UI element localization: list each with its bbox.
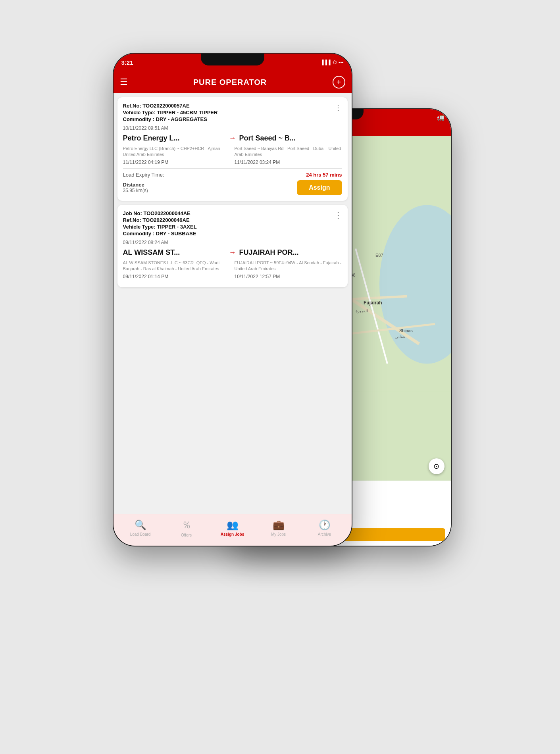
card1-ref: Ref.No: TOO2022000057AE [123, 103, 331, 109]
svg-text:E87: E87 [375, 253, 383, 258]
card2-to-address-col: FUJAIRAH PORT ~ 59F4+94W - Al Soudah - F… [235, 259, 342, 279]
battery-icon: ▪▪▪ [339, 60, 344, 65]
card1-arrow: → [229, 134, 236, 142]
card2-ref: Ref.No: TOO2022000046AE [123, 217, 331, 223]
card1-distance-assign-row: Distance 35.95 km(s) Assign [123, 180, 342, 195]
tab-assign-jobs-label: Assign Jobs [221, 532, 244, 537]
card2-to-address: FUJAIRAH PORT ~ 59F4+94W - Al Soudah - F… [235, 260, 342, 272]
tab-assign-jobs[interactable]: 👥 Assign Jobs [210, 519, 256, 537]
card1-divider [123, 168, 342, 169]
card1-to-col: Port Saeed ~ B... [239, 134, 342, 142]
card2-vehicle: Vehicle Type: TIPPER - 3AXEL [123, 224, 331, 230]
tab-bar: 🔍 Load Board ％ Offers 👥 Assign Jobs 💼 My… [114, 514, 352, 546]
tab-my-jobs[interactable]: 💼 My Jobs [256, 519, 302, 537]
signal-icon: ▐▐▐ [320, 60, 331, 65]
card2-address-cols: AL WISSAM STONES L.L.C ~ 63CR+QFQ - Wadi… [123, 259, 342, 279]
card1-meta: Ref.No: TOO2022000057AE Vehicle Type: TI… [123, 103, 331, 123]
app-header: ☰ PURE OPERATOR + [114, 71, 352, 93]
card2-job-no: Job No: TOO2022000044AE [123, 210, 331, 216]
card1-from-col: Petro Energy L... [123, 134, 226, 142]
scroll-content: Ref.No: TOO2022000057AE Vehicle Type: TI… [114, 93, 352, 514]
tab-archive[interactable]: 🕐 Archive [302, 519, 348, 537]
card1-to-datetime: 11/11/2022 03:24 PM [235, 160, 342, 165]
card1-to-address: Port Saeed ~ Baniyas Rd - Port Saeed - D… [235, 146, 342, 158]
card2-route-row: AL WISSAM ST... → FUJAIRAH POR... [123, 248, 342, 257]
card2-meta: Job No: TOO2022000044AE Ref.No: TOO20220… [123, 210, 331, 237]
card2-datetime: 09/11/2022 08:24 AM [123, 240, 342, 245]
load-board-icon: 🔍 [135, 519, 146, 531]
card1-to-address-col: Port Saeed ~ Baniyas Rd - Port Saeed - D… [235, 145, 342, 165]
tab-my-jobs-label: My Jobs [271, 532, 286, 537]
map-location-button[interactable]: ⊙ [429, 458, 445, 474]
status-icons: ▐▐▐ ⌬ ▪▪▪ [320, 60, 343, 65]
card2-arrow: → [229, 248, 236, 257]
svg-text:الفجيرة: الفجيرة [356, 309, 368, 314]
tab-load-board[interactable]: 🔍 Load Board [117, 519, 164, 537]
card2-from-name: AL WISSAM ST... [123, 248, 226, 257]
card2-to-col: FUJAIRAH POR... [239, 248, 342, 257]
card1-address-cols: Petro Energy LLC (Branch) ~ CHP2+HCR - A… [123, 145, 342, 165]
card1-distance-value: 35.95 km(s) [123, 188, 148, 193]
job-card-1: Ref.No: TOO2022000057AE Vehicle Type: TI… [117, 97, 348, 201]
tab-offers[interactable]: ％ Offers [164, 519, 210, 537]
assign-jobs-icon: 👥 [227, 519, 239, 531]
card1-commodity: Commodity : DRY - AGGREGATES [123, 116, 331, 122]
card2-more-button[interactable]: ⋮ [331, 210, 342, 220]
phone-main: 3:21 ▐▐▐ ⌬ ▪▪▪ ☰ PURE OPERATOR + [114, 54, 352, 546]
card1-assign-button[interactable]: Assign [297, 180, 342, 195]
tab-load-board-label: Load Board [130, 532, 151, 537]
svg-text:Fujairah: Fujairah [364, 300, 382, 306]
svg-text:Shinas: Shinas [399, 328, 413, 333]
card2-from-address: AL WISSAM STONES L.L.C ~ 63CR+QFQ - Wadi… [123, 260, 231, 272]
card1-from-address: Petro Energy LLC (Branch) ~ CHP2+HCR - A… [123, 146, 231, 158]
card1-distance-block: Distance 35.95 km(s) [123, 182, 148, 193]
card1-vehicle: Vehicle Type: TIPPER - 45CBM TIPPER [123, 110, 331, 115]
card1-expiry-row: Load Expiry Time: 24 hrs 57 mins [123, 172, 342, 178]
card1-more-button[interactable]: ⋮ [331, 103, 342, 112]
card1-datetime: 10/11/2022 09:51 AM [123, 125, 342, 131]
card2-from-datetime: 09/11/2022 01:14 PM [123, 274, 231, 279]
tab-offers-label: Offers [181, 533, 192, 537]
card2-to-name: FUJAIRAH POR... [239, 248, 342, 257]
card1-from-address-col: Petro Energy LLC (Branch) ~ CHP2+HCR - A… [123, 145, 231, 165]
card2-to-datetime: 10/11/2022 12:57 PM [235, 274, 342, 279]
card2-from-address-col: AL WISSAM STONES L.L.C ~ 63CR+QFQ - Wadi… [123, 259, 231, 279]
card1-expiry-value: 24 hrs 57 mins [306, 172, 342, 178]
card2-commodity: Commodity : DRY - SUBBASE [123, 231, 331, 237]
card1-from-datetime: 11/11/2022 04:19 PM [123, 160, 231, 165]
wifi-icon: ⌬ [333, 60, 337, 65]
card1-to-name: Port Saeed ~ B... [239, 134, 342, 142]
menu-button[interactable]: ☰ [120, 77, 128, 87]
notch-main [201, 54, 264, 65]
offers-icon: ％ [182, 519, 191, 531]
status-time: 3:21 [121, 59, 133, 66]
my-jobs-icon: 💼 [273, 519, 285, 531]
archive-icon: 🕐 [319, 519, 331, 531]
card1-route-row: Petro Energy L... → Port Saeed ~ B... [123, 134, 342, 142]
back-header-icon: 🚛 [437, 113, 445, 121]
card1-from-name: Petro Energy L... [123, 134, 226, 142]
card1-expiry-label: Load Expiry Time: [123, 172, 164, 178]
app-title: PURE OPERATOR [193, 78, 267, 87]
add-button[interactable]: + [333, 76, 345, 88]
svg-text:شناص: شناص [395, 335, 405, 339]
card2-from-col: AL WISSAM ST... [123, 248, 226, 257]
job-card-2: Job No: TOO2022000044AE Ref.No: TOO20220… [117, 205, 348, 287]
tab-archive-label: Archive [318, 532, 331, 537]
card1-distance-label: Distance [123, 182, 148, 188]
